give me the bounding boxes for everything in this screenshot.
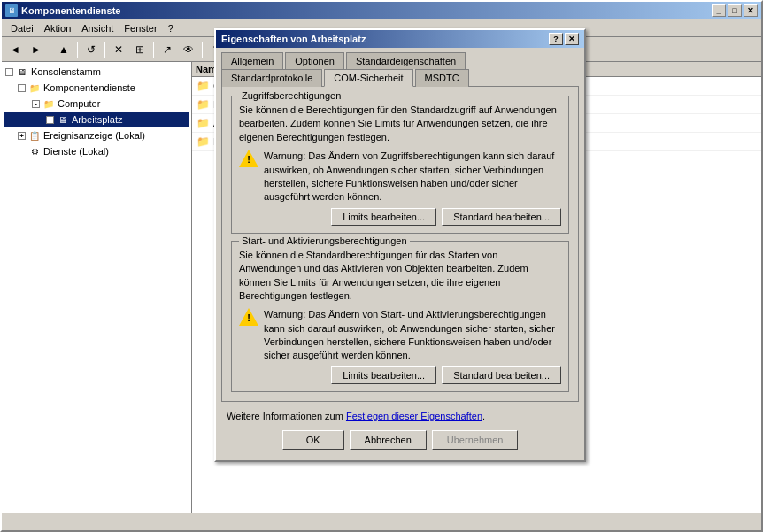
group-start-title: Start- und Aktivierungsberechtigungen — [239, 235, 410, 246]
toolbar-view[interactable]: 👁 — [179, 40, 198, 59]
main-window: 🖥 Komponentendienste _ □ ✕ Datei Aktion … — [0, 0, 763, 532]
toolbar-properties[interactable]: ⊞ — [130, 40, 150, 59]
group-start-text: Sie können die Standardberechtigungen fü… — [239, 250, 528, 301]
dialog-help-button[interactable]: ? — [549, 33, 563, 45]
com-icon: 📁 — [196, 79, 210, 93]
zugriff-limits-button[interactable]: Limits bearbeiten... — [331, 208, 436, 226]
group-start-aktivierung: Start- und Aktivierungsberechtigungen Si… — [231, 241, 569, 392]
aus-icon: 📁 — [196, 116, 210, 130]
tab-standardprotokolle[interactable]: Standardprotokolle — [221, 69, 322, 87]
zugriff-warning-text: Warnung: Das Ändern von Zugriffsberechti… — [264, 150, 561, 204]
group-zugriff-text: Sie können die Berechtigungen für den St… — [239, 104, 557, 143]
maximize-button[interactable]: □ — [728, 4, 742, 17]
dialog-bottom: Weitere Informationen zum Festlegen dies… — [216, 407, 584, 460]
tab-optionen[interactable]: Optionen — [285, 52, 344, 69]
tree-item-komponentendienste[interactable]: - 📁 Komponentendienste — [4, 80, 189, 96]
zugriff-warning-icon: ! — [239, 150, 258, 167]
properties-dialog: Eigenschaften von Arbeitsplatz ? ✕ Allge… — [214, 28, 586, 462]
distr-icon: 📁 — [196, 135, 210, 149]
menu-help[interactable]: ? — [163, 21, 179, 35]
dialog-close-button[interactable]: ✕ — [565, 33, 579, 45]
tree-item-arbeitsplatz[interactable]: + 🖥 Arbeitsplatz — [4, 112, 189, 127]
tab-row-1: Allgemein Optionen Standardeigenschaften — [216, 48, 584, 68]
group-zugriff-title: Zugriffsberechtigungen — [239, 90, 343, 101]
toolbar-up[interactable]: ▲ — [54, 40, 73, 59]
info-text-end: . — [482, 411, 485, 421]
toolbar-export[interactable]: ↗ — [158, 40, 177, 59]
menu-ansicht[interactable]: Ansicht — [76, 21, 119, 35]
close-button[interactable]: ✕ — [744, 4, 758, 17]
dialog-bottom-buttons: OK Abbrechen Übernehmen — [227, 427, 574, 453]
abbrechen-button[interactable]: Abbrechen — [350, 430, 427, 450]
menu-aktion[interactable]: Aktion — [39, 21, 77, 35]
toolbar-delete[interactable]: ✕ — [109, 40, 128, 59]
tree-item-dienste[interactable]: ⚙ Dienste (Lokal) — [4, 143, 189, 159]
main-window-icon: 🖥 — [5, 4, 18, 17]
toolbar-forward[interactable]: ► — [27, 40, 46, 59]
toolbar-back[interactable]: ◄ — [5, 40, 25, 59]
sidebar: - 🖥 Konsolenstamm - 📁 Komponentendienste… — [2, 62, 192, 513]
tree-item-computer[interactable]: - 📁 Computer — [4, 96, 189, 112]
tab-allgemein[interactable]: Allgemein — [221, 52, 283, 69]
komponentendienste-icon: 📁 — [27, 81, 42, 95]
uebernehmen-button[interactable]: Übernehmen — [432, 430, 519, 450]
start-standard-button[interactable]: Standard bearbeiten... — [442, 366, 561, 384]
status-bar — [2, 513, 761, 530]
minimize-button[interactable]: _ — [712, 4, 726, 17]
dienste-icon: ⚙ — [27, 144, 42, 158]
tab-com-sicherheit[interactable]: COM-Sicherheit — [324, 69, 412, 87]
dialog-title-bar: Eigenschaften von Arbeitsplatz ? ✕ — [216, 30, 584, 48]
info-text-prefix: Weitere Informationen zum — [227, 411, 346, 421]
start-warning-row: ! Warnung: Das Ändern von Start- und Akt… — [239, 308, 561, 363]
zugriff-standard-button[interactable]: Standard bearbeiten... — [442, 208, 561, 226]
tree-view[interactable]: - 🖥 Konsolenstamm - 📁 Komponentendienste… — [2, 62, 191, 513]
start-warning-text: Warnung: Das Ändern von Start- und Aktiv… — [264, 308, 561, 363]
main-title-bar: 🖥 Komponentendienste _ □ ✕ — [2, 2, 761, 19]
konsolenstamm-icon: 🖥 — [15, 65, 29, 79]
tree-item-ereignisanzeige[interactable]: + 📋 Ereignisanzeige (Lokal) — [4, 127, 189, 143]
toolbar-sep-2 — [77, 42, 78, 58]
start-button-row: Limits bearbeiten... Standard bearbeiten… — [239, 366, 561, 384]
group-start-content: Sie können die Standardberechtigungen fü… — [239, 249, 561, 384]
tab-standardeigenschaften[interactable]: Standardeigenschaften — [346, 52, 466, 69]
tab-row-2: Standardprotokolle COM-Sicherheit MSDTC — [216, 68, 584, 86]
menu-datei[interactable]: Datei — [5, 21, 39, 35]
group-zugriff-content: Sie können die Berechtigungen für den St… — [239, 104, 561, 226]
toolbar-sep-1 — [50, 42, 50, 58]
tab-msdtc[interactable]: MSDTC — [415, 69, 469, 87]
tree-item-konsolenstamm[interactable]: - 🖥 Konsolenstamm — [4, 64, 189, 80]
arbeitsplatz-icon: 🖥 — [56, 112, 70, 127]
main-window-title: Komponentendienste — [21, 5, 120, 16]
menu-fenster[interactable]: Fenster — [119, 21, 162, 35]
dialog-title: Eigenschaften von Arbeitsplatz — [221, 34, 366, 44]
ok-button[interactable]: OK — [282, 430, 344, 450]
ereignisanzeige-icon: 📋 — [27, 128, 42, 143]
start-limits-button[interactable]: Limits bearbeiten... — [331, 366, 436, 384]
toolbar-sep-3 — [104, 42, 105, 58]
tab-content-com-sicherheit: Zugriffsberechtigungen Sie können die Be… — [221, 86, 579, 402]
info-text-row: Weitere Informationen zum Festlegen dies… — [227, 411, 574, 421]
computer-icon: 📁 — [42, 96, 56, 111]
info-link[interactable]: Festlegen dieser Eigenschaften — [346, 411, 482, 421]
dcc-icon: 📁 — [196, 97, 210, 112]
start-warning-icon: ! — [239, 308, 258, 326]
zugriff-button-row: Limits bearbeiten... Standard bearbeiten… — [239, 208, 561, 226]
toolbar-sep-4 — [153, 42, 154, 58]
toolbar-refresh[interactable]: ↺ — [81, 40, 101, 59]
toolbar-sep-5 — [202, 42, 203, 58]
zugriff-warning-row: ! Warnung: Das Ändern von Zugriffsberech… — [239, 150, 561, 204]
group-zugriffsberechtigungen: Zugriffsberechtigungen Sie können die Be… — [231, 96, 569, 234]
